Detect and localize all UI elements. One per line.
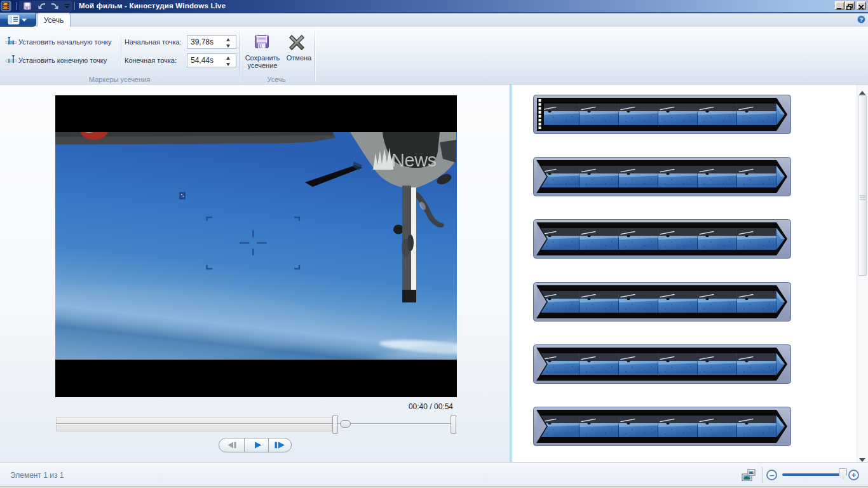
- svg-text:News: News: [391, 150, 437, 170]
